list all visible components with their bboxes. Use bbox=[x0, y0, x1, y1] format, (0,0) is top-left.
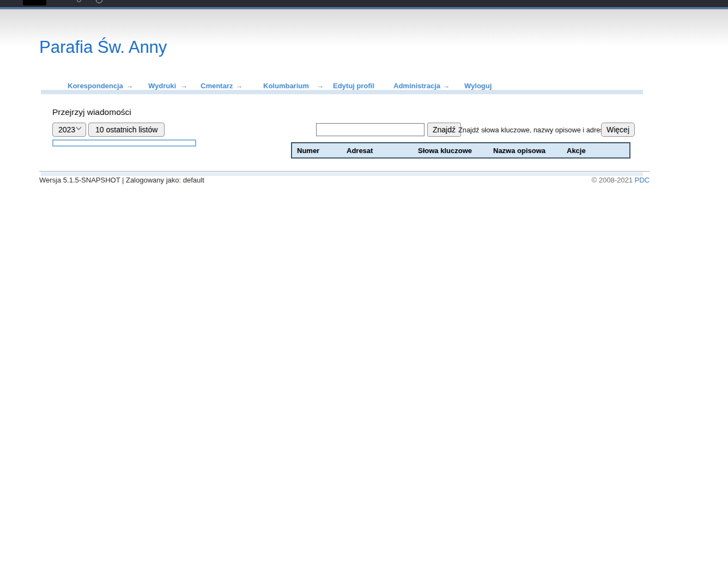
submenu-arrow-icon: → bbox=[126, 82, 133, 90]
search-input[interactable] bbox=[316, 123, 424, 136]
nav-item-edytuj-profil[interactable]: Edytuj profil bbox=[333, 82, 374, 90]
nav-item-cmentarz[interactable]: Cmentarz bbox=[201, 82, 233, 90]
browser-reload-icon bbox=[77, 0, 81, 2]
column-header-nazwa-opisowa: Nazwa opisowa bbox=[488, 147, 562, 155]
pdc-link[interactable]: PDC bbox=[635, 176, 650, 184]
find-button[interactable]: Znajdź bbox=[427, 123, 461, 137]
copyright-years: © 2008-2021 bbox=[592, 176, 633, 184]
nav-underline-bar bbox=[41, 90, 643, 94]
nav-item-wydruki[interactable]: Wydruki bbox=[148, 82, 176, 90]
section-heading: Przejrzyj wiadomości bbox=[52, 107, 131, 117]
submenu-arrow-icon: → bbox=[442, 82, 450, 90]
submenu-arrow-icon: → bbox=[180, 82, 187, 90]
copyright-text: © 2008-2021 PDC bbox=[592, 176, 650, 184]
year-select[interactable]: 2023 bbox=[52, 123, 86, 137]
nav-item-wyloguj[interactable]: Wyloguj bbox=[464, 82, 492, 90]
nav-item-administracja[interactable]: Administracja bbox=[393, 82, 440, 90]
browser-globe-icon bbox=[96, 0, 102, 3]
search-hint: Znajdź słowa kluczowe, nazwy opisowe i a… bbox=[458, 126, 607, 134]
page-title: Parafia Św. Anny bbox=[39, 38, 167, 57]
year-select-value: 2023 bbox=[58, 125, 75, 134]
browser-chrome-bar bbox=[0, 0, 728, 7]
version-status-text: Wersja 5.1.5-SNAPSHOT | Zalogowany jako:… bbox=[39, 176, 204, 184]
submenu-arrow-icon: → bbox=[317, 82, 324, 90]
column-header-numer: Numer bbox=[292, 147, 342, 155]
column-header-slowa-kluczowe: Słowa kluczowe bbox=[413, 147, 488, 155]
footer-highlight-bar bbox=[41, 172, 643, 176]
submenu-arrow-icon: → bbox=[235, 82, 242, 90]
recent-letters-button[interactable]: 10 ostatnich listów bbox=[88, 123, 165, 137]
browser-tab-stub bbox=[23, 0, 46, 5]
footer-divider bbox=[39, 171, 650, 172]
nav-item-korespondencja[interactable]: Korespondencja bbox=[68, 82, 123, 90]
column-header-adresat: Adresat bbox=[342, 147, 413, 155]
nav-item-kolumbarium[interactable]: Kolumbarium bbox=[263, 82, 309, 90]
messages-table-header: Numer Adresat Słowa kluczowe Nazwa opiso… bbox=[291, 142, 630, 159]
more-button[interactable]: Więcej bbox=[601, 123, 635, 137]
page-container: Parafia Św. Anny Korespondencja → Wydruk… bbox=[39, 9, 650, 554]
column-header-akcje: Akcje bbox=[562, 147, 629, 155]
empty-results-panel bbox=[52, 139, 196, 147]
chevron-down-icon bbox=[76, 125, 82, 130]
